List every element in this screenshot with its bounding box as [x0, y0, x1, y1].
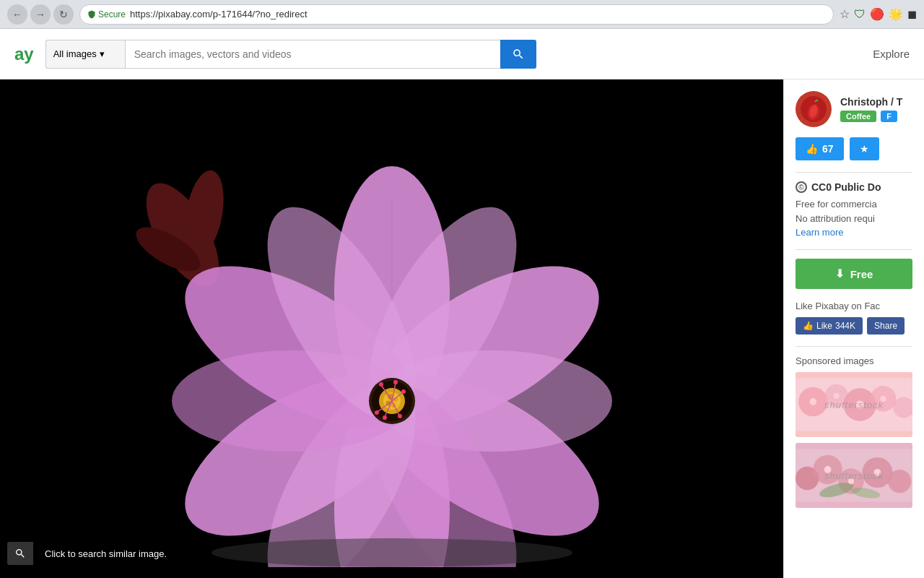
- divider-2: [796, 249, 912, 250]
- search-container: All images ▾: [45, 40, 536, 69]
- coffee-badge[interactable]: Coffee: [840, 111, 876, 122]
- author-section: Christoph / T Coffee F: [796, 91, 912, 127]
- facebook-section: Like Pixabay on Fac 👍 Like 344K Share: [796, 301, 912, 335]
- sponsored-image-2[interactable]: shutterstock: [796, 443, 912, 508]
- url-text: https://pixabay.com/p-171644/?no_redirec…: [130, 9, 826, 20]
- reload-button[interactable]: ↻: [53, 4, 74, 25]
- logo[interactable]: ay: [14, 44, 34, 64]
- search-input[interactable]: [125, 40, 500, 69]
- browser-chrome: ← → ↻ Secure https://pixabay.com/p-17164…: [0, 0, 924, 29]
- action-buttons: 👍 67 ★: [796, 137, 912, 160]
- avatar-image: [801, 96, 827, 122]
- svg-point-28: [393, 380, 398, 384]
- svg-point-32: [383, 415, 387, 420]
- author-badges: Coffee F: [840, 111, 912, 122]
- page-header: ay All images ▾ Explore: [0, 29, 924, 79]
- facebook-buttons: 👍 Like 344K Share: [796, 317, 912, 335]
- author-name: Christoph / T: [840, 96, 912, 108]
- explore-link[interactable]: Explore: [873, 48, 910, 60]
- download-button[interactable]: ⬇ Free: [796, 259, 912, 289]
- facebook-like-button[interactable]: 👍 Like 344K: [796, 317, 863, 335]
- like-button[interactable]: 👍 67: [796, 137, 844, 160]
- sponsored-grid: shutterstock: [796, 372, 912, 508]
- sponsored-image-1[interactable]: shutterstock: [796, 372, 912, 437]
- learn-more-link[interactable]: Learn more: [796, 227, 912, 238]
- search-button[interactable]: [500, 40, 536, 69]
- back-button[interactable]: ←: [7, 4, 27, 25]
- extension-shield-icon[interactable]: 🛡: [854, 8, 866, 21]
- cc-icon: ©: [796, 181, 807, 193]
- image-area: Click to search similar image.: [0, 79, 783, 578]
- divider-1: [796, 172, 912, 173]
- tooltip-text: Click to search similar image.: [38, 543, 174, 565]
- bookmark-icon[interactable]: ☆: [840, 7, 850, 21]
- license-section: © CC0 Public Do Free for commercia No at…: [796, 181, 912, 238]
- star-button[interactable]: ★: [850, 137, 879, 160]
- extension-red-icon[interactable]: 🔴: [870, 7, 884, 21]
- shutterstock-watermark-1: shutterstock: [824, 400, 884, 410]
- fb-like-label: Like: [816, 321, 832, 331]
- license-title: © CC0 Public Do: [796, 181, 912, 193]
- sidebar: Christoph / T Coffee F 👍 67 ★ © CC0 Publ…: [783, 79, 924, 578]
- facebook-share-button[interactable]: Share: [867, 317, 905, 335]
- sponsored-section: Sponsored images: [796, 355, 912, 508]
- sponsored-label: Sponsored images: [796, 355, 912, 366]
- svg-point-48: [834, 393, 840, 399]
- fb-thumbs-icon: 👍: [803, 321, 814, 331]
- extension-dark-icon[interactable]: ◼: [907, 7, 917, 21]
- download-icon: ⬇: [835, 267, 845, 280]
- star-icon: ★: [860, 143, 869, 155]
- license-text-1: Free for commercia: [796, 197, 912, 212]
- forward-button[interactable]: →: [30, 4, 51, 25]
- svg-point-56: [888, 470, 911, 493]
- license-text-2: No attribution requi: [796, 212, 912, 226]
- svg-point-47: [809, 398, 816, 405]
- facebook-label: Like Pixabay on Fac: [796, 301, 912, 311]
- svg-point-26: [379, 382, 383, 387]
- author-avatar: [796, 91, 832, 127]
- address-bar[interactable]: Secure https://pixabay.com/p-171644/?no_…: [79, 4, 834, 25]
- main-image-container: [0, 79, 783, 578]
- tooltip-icon: [7, 542, 33, 565]
- chevron-down-icon: ▾: [100, 48, 105, 59]
- secure-icon: Secure: [87, 9, 126, 20]
- follow-badge[interactable]: F: [881, 111, 897, 122]
- flower-image: [67, 90, 717, 567]
- search-type-dropdown[interactable]: All images ▾: [45, 40, 125, 69]
- svg-point-34: [398, 414, 402, 418]
- divider-3: [796, 346, 912, 347]
- main-content: Click to search similar image. Christoph…: [0, 79, 924, 578]
- shutterstock-watermark-2: shutterstock: [824, 470, 884, 481]
- nav-buttons: ← → ↻: [7, 4, 74, 25]
- extension-emoji-icon[interactable]: 🌟: [889, 7, 903, 21]
- image-search-tooltip[interactable]: Click to search similar image.: [7, 542, 174, 565]
- browser-toolbar-icons: ☆ 🛡 🔴 🌟 ◼: [840, 7, 917, 21]
- svg-point-37: [212, 538, 572, 567]
- svg-point-30: [401, 389, 406, 394]
- thumbs-up-icon: 👍: [806, 143, 818, 155]
- svg-point-36: [375, 410, 379, 415]
- author-info: Christoph / T Coffee F: [840, 96, 912, 122]
